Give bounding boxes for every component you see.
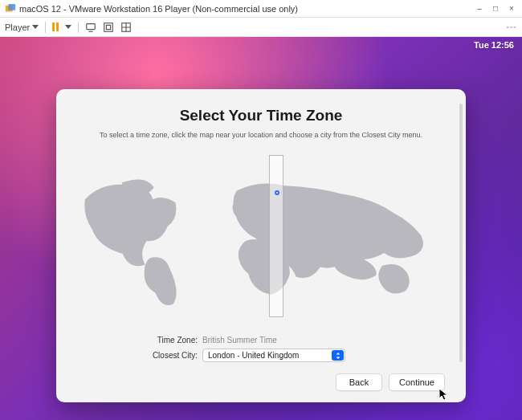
- toolbar-overflow-icon[interactable]: [506, 22, 517, 33]
- separator: [45, 22, 46, 33]
- world-map-icon: [77, 171, 445, 308]
- closest-city-value: London - United Kingdom: [208, 351, 299, 360]
- vmware-toolbar: Player: [0, 18, 522, 37]
- panel-footer: Back Continue: [77, 373, 445, 391]
- closest-city-label: Closest City:: [77, 351, 198, 360]
- timezone-value: British Summer Time: [202, 336, 277, 345]
- timezone-label: Time Zone:: [77, 336, 198, 345]
- separator: [78, 22, 79, 33]
- svg-rect-3: [104, 22, 113, 31]
- vmware-app-icon: [5, 3, 16, 14]
- continue-button[interactable]: Continue: [389, 373, 445, 391]
- vmware-titlebar: macOS 12 - VMware Workstation 16 Player …: [0, 0, 522, 18]
- panel-scrollbar[interactable]: [459, 104, 463, 362]
- location-pin-icon: [275, 190, 279, 195]
- back-button[interactable]: Back: [336, 373, 382, 391]
- guest-screen: Tue 12:56 Select Your Time Zone To selec…: [0, 37, 522, 420]
- send-ctrl-alt-del-icon[interactable]: [85, 22, 96, 33]
- unity-icon[interactable]: [120, 22, 132, 33]
- pause-vm-button[interactable]: [52, 22, 59, 31]
- window-close-button[interactable]: ×: [506, 4, 517, 13]
- svg-rect-7: [514, 27, 516, 28]
- select-chevron-icon: [332, 350, 344, 361]
- macos-menubar-clock: Tue 12:56: [474, 40, 514, 50]
- page-subtitle: To select a time zone, click the map nea…: [77, 131, 445, 139]
- svg-rect-6: [510, 27, 512, 28]
- svg-rect-5: [507, 27, 509, 28]
- timezone-map[interactable]: [77, 149, 445, 330]
- fullscreen-icon[interactable]: [103, 22, 114, 33]
- player-menu-button[interactable]: Player: [5, 22, 39, 32]
- svg-rect-2: [87, 23, 96, 29]
- setup-assistant-panel: Select Your Time Zone To select a time z…: [56, 89, 466, 402]
- window-maximize-button[interactable]: □: [490, 4, 501, 13]
- closest-city-select[interactable]: London - United Kingdom: [202, 349, 345, 362]
- player-menu-label: Player: [5, 22, 30, 32]
- window-minimize-button[interactable]: –: [474, 4, 485, 13]
- power-menu-chevron-icon[interactable]: [65, 25, 71, 29]
- page-title: Select Your Time Zone: [77, 107, 445, 124]
- timezone-fields: Time Zone: British Summer Time Closest C…: [77, 332, 445, 362]
- chevron-down-icon: [32, 25, 39, 29]
- svg-rect-1: [8, 3, 15, 10]
- selected-timezone-band: [269, 155, 283, 317]
- vmware-title-text: macOS 12 - VMware Workstation 16 Player …: [19, 4, 298, 14]
